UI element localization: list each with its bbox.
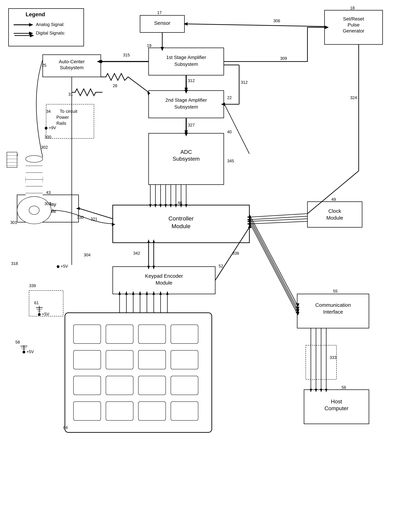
controller-label1: Controller [168,215,194,222]
adc-label2: Subsystem [173,156,200,162]
ref-52: 52 [219,264,223,268]
ref-339: 339 [29,283,36,288]
ref-330: 330 [77,215,84,220]
legend-title: Legend [26,11,45,17]
ref-22: 22 [227,95,232,100]
auto-center-label1: Auto-Center [59,59,85,64]
svg-line-49 [250,221,308,224]
key-9[interactable] [74,376,101,395]
key-11[interactable] [138,376,166,395]
svg-line-105 [225,104,249,154]
ref-58: 58 [15,340,20,344]
ref-25: 25 [42,63,46,68]
key-14[interactable] [106,402,133,420]
ref-28: 28 [113,84,117,88]
ref-17: 17 [157,10,162,15]
svg-line-79 [249,220,297,310]
legend-analog: Analog Signal: [36,22,65,27]
ref-312b: 312 [241,80,248,85]
set-reset-label3: Generator [343,28,364,33]
ref-315: 315 [123,53,130,57]
key-2[interactable] [106,325,133,343]
clock-label2: Module [326,215,343,221]
key-6[interactable] [106,350,133,369]
key-3[interactable] [138,325,166,343]
comm-interface-label1: Communication [315,302,351,308]
ref-336: 336 [232,251,239,256]
plus-5v-encoder: +5V [61,264,68,268]
plus-5v-3: +5V [26,349,34,354]
ref-302: 302 [41,145,48,150]
dot-9v [45,127,47,129]
ref-342: 342 [133,251,140,256]
power-rails-label2: Power [56,115,69,120]
ref-49: 49 [331,197,336,202]
ref-56: 56 [342,385,346,390]
power-rails-label1: To circuit [60,109,77,114]
stage2-label1: 2nd Stage Amplifier [165,97,207,103]
controller-label2: Module [172,223,191,229]
ref-300: 300 [45,135,51,139]
svg-line-77 [249,217,297,308]
host-computer-label1: Host [331,398,342,404]
set-reset-label1: Set/Reset [343,16,364,22]
dot-5v-2 [38,313,41,316]
key-5[interactable] [74,350,101,369]
ref-303: 303 [45,201,51,206]
key-12[interactable] [171,376,198,395]
ref-18: 18 [350,6,355,10]
ref-309: 309 [280,56,287,61]
ref-324: 324 [350,95,357,100]
key-15[interactable] [138,402,166,420]
svg-line-81 [249,222,297,313]
stage1-label1: 1st Stage Amplifier [166,55,206,60]
svg-line-6 [187,24,324,26]
dot-5v-3 [22,351,25,353]
coil-top [26,156,43,162]
sensor-label: Sensor [154,20,170,26]
key-4[interactable] [171,325,198,343]
clock-box [308,202,362,227]
svg-line-75 [249,214,297,304]
ref-34: 34 [46,109,51,114]
ref-31: 31 [68,92,73,97]
key-8[interactable] [171,350,198,369]
stage1-label2: Subsystem [174,61,198,67]
plus-5v-2: +5V [42,312,49,316]
diagram-container: Legend Analog Signal: Digital Signals: S… [0,0,420,517]
plus-9v: +9V [49,125,56,130]
ref-327: 327 [188,123,195,127]
ref-318: 318 [11,261,18,266]
ref-61: 61 [34,300,39,305]
key-1[interactable] [74,325,101,343]
ref-43: 43 [46,190,51,195]
host-computer-label2: Computer [324,405,349,411]
ref-304: 304 [84,253,90,257]
key-7[interactable] [138,350,166,369]
ref-333: 333 [330,355,337,360]
key-10[interactable] [106,376,133,395]
adc-label1: ADC [180,149,192,155]
ref-312a: 312 [188,78,195,83]
keypad-encoder-label2: Module [156,280,172,286]
set-reset-label2: Pulse [348,22,360,28]
legend-digital: Digital Signals: [36,30,65,36]
ref-301: 301 [10,220,17,225]
auto-center-label2: Subsystem [60,65,84,70]
key-13[interactable] [74,402,101,420]
keypad-encoder-label1: Keypad Encoder [145,273,183,279]
stage2-label2: Subsystem [174,104,198,110]
dot-5v-encoder [57,265,60,268]
ref-55: 55 [333,289,338,293]
sensor-connector [7,152,17,167]
power-rails-label3: Rails [56,121,66,126]
ref-306: 306 [273,18,280,23]
ref-345: 345 [227,159,234,163]
disk-inner [29,206,39,214]
legend-box [8,8,84,46]
ref-19: 19 [147,43,151,48]
ref-64: 64 [63,425,68,430]
clock-label1: Clock [328,208,341,214]
ref-40: 40 [227,129,232,134]
key-16[interactable] [171,402,198,420]
